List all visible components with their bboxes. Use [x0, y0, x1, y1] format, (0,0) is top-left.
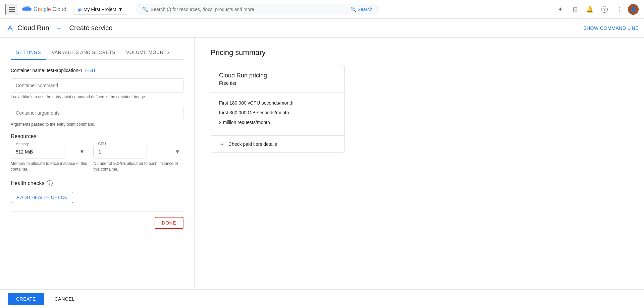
help-button[interactable]: ?: [598, 3, 610, 15]
search-icon-blue: 🔍: [351, 7, 356, 12]
arrow-right-icon: →: [219, 141, 224, 147]
more-icon: ⋮: [616, 6, 622, 13]
cloud-run-logo: Cloud Run: [5, 23, 49, 33]
secondary-navigation: Cloud Run ← Create service SHOW COMMAND …: [0, 19, 644, 38]
left-panel: SETTINGS VARIABLES AND SECRETS VOLUME MO…: [0, 38, 195, 308]
avatar[interactable]: 👤: [628, 4, 639, 15]
project-name: My First Project: [84, 7, 116, 12]
pricing-card-footer[interactable]: → Check paid tiers details: [211, 136, 344, 152]
cpu-select-wrapper: 1 2 4 6 8 ▼: [93, 145, 183, 159]
pricing-name: Cloud Run pricing: [219, 72, 336, 79]
tab-settings[interactable]: SETTINGS: [11, 46, 46, 60]
nav-icons: ✦ ⊡ 🔔 ? ⋮ 👤: [554, 3, 639, 15]
container-command-hint: Leave blank to use the entry point comma…: [11, 95, 183, 99]
done-button[interactable]: DONE: [155, 217, 183, 229]
bell-icon: 🔔: [586, 6, 593, 13]
cloud-run-icon: [5, 23, 15, 33]
resources-section: Resources Memory 512 MiB 128 MiB 256 MiB…: [11, 133, 183, 172]
cloud-run-title: Cloud Run: [17, 24, 49, 32]
avatar-image: 👤: [631, 7, 636, 12]
container-name-label: Container name: test-application-1: [11, 68, 83, 73]
create-button[interactable]: CREATE: [8, 293, 44, 305]
project-icon: ◈: [77, 6, 82, 12]
gemini-icon: ✦: [558, 6, 563, 13]
hamburger-menu[interactable]: [5, 4, 18, 15]
resources-title: Resources: [11, 133, 183, 139]
cpu-hint: Number of vCPUs allocated to each instan…: [93, 161, 183, 172]
logo-text: Google Cloud: [34, 6, 66, 12]
cpu-select-group: CPU 1 2 4 6 8 ▼: [93, 145, 183, 159]
health-checks-help-icon[interactable]: ?: [47, 180, 53, 186]
bottom-bar: CREATE CANCEL: [0, 289, 644, 308]
page-title: Create service: [69, 24, 113, 32]
pricing-card-header: Cloud Run pricing Free tier: [211, 65, 344, 93]
pricing-summary-title: Pricing summary: [211, 48, 628, 57]
edit-container-name-button[interactable]: EDIT: [85, 68, 96, 73]
resources-row: Memory 512 MiB 128 MiB 256 MiB 1 GiB 2 G…: [11, 145, 183, 172]
memory-select-group: Memory 512 MiB 128 MiB 256 MiB 1 GiB 2 G…: [11, 145, 88, 159]
back-button[interactable]: ←: [55, 23, 64, 33]
cpu-select[interactable]: 1 2 4 6 8: [93, 145, 147, 159]
memory-select-wrapper: 512 MiB 128 MiB 256 MiB 1 GiB 2 GiB ▼: [11, 145, 88, 159]
health-checks-section: Health checks ? + ADD HEALTH CHECK: [11, 180, 183, 203]
google-cloud-icon: [22, 6, 32, 12]
container-args-field: Arguments passed to the entry point comm…: [11, 106, 183, 127]
chevron-down-icon: ▼: [118, 7, 123, 12]
cpu-label: CPU: [97, 142, 107, 146]
container-args-input[interactable]: [11, 106, 183, 120]
done-row: DONE: [11, 211, 183, 234]
cpu-group: CPU 1 2 4 6 8 ▼ Number of vCP: [93, 145, 183, 172]
container-command-field: Leave blank to use the entry point comma…: [11, 78, 183, 99]
health-checks-title: Health checks ?: [11, 180, 183, 186]
google-cloud-logo: Google Cloud: [22, 6, 66, 12]
tab-volume-mounts[interactable]: VOLUME MOUNTS: [121, 46, 175, 60]
tabs: SETTINGS VARIABLES AND SECRETS VOLUME MO…: [11, 46, 183, 60]
add-health-check-button[interactable]: + ADD HEALTH CHECK: [11, 192, 73, 203]
show-command-line-button[interactable]: SHOW COMMAND LINE: [583, 25, 639, 31]
memory-label: Memory: [14, 142, 30, 146]
gemini-button[interactable]: ✦: [554, 3, 566, 15]
pricing-item-vcpu: First 180,000 vCPU-seconds/month: [219, 100, 336, 107]
pricing-item-requests: 2 million requests/month: [219, 119, 336, 126]
pricing-card-body: First 180,000 vCPU-seconds/month First 3…: [211, 93, 344, 136]
pricing-item-gib: First 360,000 GiB-seconds/month: [219, 109, 336, 116]
more-options-button[interactable]: ⋮: [613, 3, 625, 15]
check-paid-tiers-link: Check paid tiers details: [228, 141, 277, 147]
pricing-card: Cloud Run pricing Free tier First 180,00…: [211, 65, 345, 153]
top-navigation: Google Cloud ◈ My First Project ▼ 🔍 🔍 Se…: [0, 0, 644, 19]
monitor-button[interactable]: ⊡: [569, 3, 581, 15]
help-icon: ?: [601, 6, 608, 13]
tab-variables-and-secrets[interactable]: VARIABLES AND SECRETS: [46, 46, 121, 60]
search-input[interactable]: [151, 7, 348, 12]
container-name-row: Container name: test-application-1 EDIT: [11, 68, 183, 73]
search-button[interactable]: 🔍 Search: [351, 7, 372, 12]
search-icon: 🔍: [142, 7, 148, 12]
container-command-input[interactable]: [11, 78, 183, 93]
cancel-button[interactable]: CANCEL: [49, 293, 80, 305]
search-bar: 🔍 🔍 Search: [137, 4, 378, 15]
notifications-button[interactable]: 🔔: [584, 3, 596, 15]
project-selector[interactable]: ◈ My First Project ▼: [73, 4, 127, 15]
right-panel: Pricing summary Cloud Run pricing Free t…: [195, 38, 644, 308]
memory-select[interactable]: 512 MiB 128 MiB 256 MiB 1 GiB 2 GiB: [11, 145, 64, 159]
memory-group: Memory 512 MiB 128 MiB 256 MiB 1 GiB 2 G…: [11, 145, 88, 172]
memory-chevron-down-icon: ▼: [79, 149, 85, 155]
monitor-icon: ⊡: [573, 6, 578, 13]
main-content: SETTINGS VARIABLES AND SECRETS VOLUME MO…: [0, 38, 644, 308]
memory-hint: Memory to allocate to each instance of t…: [11, 161, 88, 172]
cpu-chevron-down-icon: ▼: [175, 149, 180, 155]
container-args-hint: Arguments passed to the entry point comm…: [11, 122, 183, 127]
pricing-tier: Free tier: [219, 80, 336, 86]
